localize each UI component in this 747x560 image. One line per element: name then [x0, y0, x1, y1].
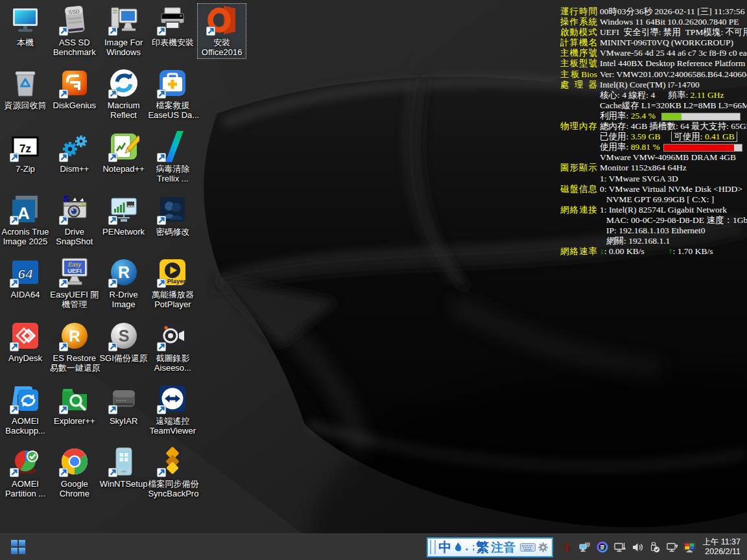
- usage-progress-bar: [663, 144, 742, 152]
- sysinfo-row: 利用率: 25.4 %: [560, 111, 747, 121]
- desktop-icon-aomei-backupper[interactable]: AOMEIBackupp...: [1, 382, 50, 438]
- ime-punctuation-button[interactable]: 。;: [465, 543, 474, 551]
- desktop-icon-google-chrome[interactable]: GoogleChrome: [50, 445, 99, 500]
- taskbar-clock[interactable]: 上午 11:37 2026/2/11: [702, 537, 741, 557]
- sysinfo-label: 運行時間: [560, 6, 597, 17]
- aomei-backupper-icon: [10, 383, 41, 414]
- desktop-icon-trellix-antivirus[interactable]: 病毒清除Trellix ...: [148, 130, 197, 185]
- sysinfo-value: Intel(R) Core(TM) i7-14700: [600, 80, 747, 90]
- desktop-icon-notepad-plus-plus[interactable]: Notepad++: [99, 130, 148, 176]
- ime-mode-button[interactable]: 中: [438, 541, 451, 554]
- ime-script-button[interactable]: 繁: [476, 541, 489, 554]
- desktop-icon-easeus-data-recovery[interactable]: 檔案救援EaseUS Da...: [148, 66, 197, 122]
- trellix-tray-icon[interactable]: [561, 541, 573, 554]
- ime-grip-handle[interactable]: [430, 540, 436, 554]
- sysinfo-label: [560, 226, 597, 236]
- sysinfo-row: 圖形顯示Monitor 747x560 64Hz: [560, 163, 747, 173]
- system-monitor-ring-icon[interactable]: [596, 541, 608, 554]
- desktop-icon-aomei-partition[interactable]: AOMEIPartition ...: [1, 445, 50, 500]
- desktop-icon-acronis-true-image[interactable]: AAcronis TrueImage 2025: [1, 192, 50, 248]
- diskgenius-icon: [59, 67, 90, 99]
- shortcut-arrow-icon: [59, 405, 68, 414]
- desktop-icon-label: AnyDesk: [1, 353, 50, 363]
- sysinfo-row: 主機序號VMware-56 4d 25 44 a6 c7 3c f8-f9 c0…: [560, 48, 747, 58]
- sysinfo-row: Cache緩存 L1=320KB L2=8MB L3=66MB: [560, 100, 747, 111]
- shortcut-arrow-icon: [206, 27, 215, 36]
- sysinfo-label: 主板Bios: [560, 69, 597, 80]
- svg-text:Player: Player: [167, 277, 186, 285]
- ime-settings-gear-icon[interactable]: [538, 542, 549, 553]
- ink-drop-icon[interactable]: [453, 542, 463, 553]
- aiseesoft-recorder-icon: [157, 320, 188, 351]
- desktop-icon-teamviewer[interactable]: 遠端遙控TeamViewer: [148, 382, 197, 438]
- desktop-icon-dism[interactable]: Dism++: [50, 130, 99, 176]
- sysinfo-value: 網關: 192.168.1.1: [600, 236, 747, 246]
- desktop-icon-this-pc[interactable]: 本機: [1, 3, 50, 49]
- desktop-icon-aida64[interactable]: 64AIDA64: [1, 255, 50, 301]
- shortcut-arrow-icon: [108, 153, 117, 162]
- start-button[interactable]: [8, 537, 28, 557]
- desktop-icon-diskgenius[interactable]: DiskGenius: [50, 66, 99, 112]
- sysinfo-row: 網絡速率↓: 0.00 KB/s ↑: 1.70 KB/s: [560, 246, 747, 257]
- recycle-bin-icon: [10, 67, 41, 99]
- desktop-icon-anydesk[interactable]: AnyDesk: [1, 319, 50, 365]
- taskbar-right: 中 。; 繁 注音 上午 11:37 2026/2/11: [427, 534, 747, 560]
- desktop-icon-password-reset[interactable]: 密碼修改: [148, 192, 197, 239]
- desktop-icon-macrium-reflect[interactable]: MacriumReflect: [99, 66, 148, 122]
- desktop-icon-potplayer[interactable]: Player萬能播放器PotPlayer: [148, 255, 197, 311]
- desktop-icon-office-2016[interactable]: 安裝Office2016: [197, 3, 246, 59]
- shortcut-arrow-icon: [10, 153, 19, 162]
- desktop-icon-aiseesoft-recorder[interactable]: 截圖錄影Aiseeso...: [148, 319, 197, 375]
- shortcut-arrow-icon: [59, 216, 68, 225]
- shortcut-arrow-icon: [10, 279, 19, 288]
- sysinfo-value: ↓: 0.00 KB/s ↑: 1.70 KB/s: [600, 246, 747, 257]
- desktop-icon-drive-snapshot[interactable]: SDriveSnapShot: [50, 192, 99, 248]
- shortcut-arrow-icon: [157, 153, 166, 162]
- syncbackpro-icon: [157, 446, 188, 477]
- display-plug-icon[interactable]: [666, 541, 678, 554]
- volume-icon[interactable]: [631, 541, 643, 554]
- sysinfo-value: Intel 440BX Desktop Reference Platform: [600, 58, 747, 69]
- desktop-icon-r-drive-image[interactable]: RR-DriveImage: [99, 255, 148, 311]
- desktop-icon-as-ssd-benchmark[interactable]: SSDASS SDBenchmark: [50, 3, 99, 59]
- seven-zip-icon: 7z: [10, 131, 41, 162]
- clock-time: 上午 11:37: [702, 537, 741, 547]
- safely-remove-hardware-icon[interactable]: [648, 541, 661, 554]
- ime-input-method-label[interactable]: 注音: [491, 541, 516, 554]
- desktop-icon-printer-setup[interactable]: 印表機安裝: [148, 3, 197, 49]
- sysinfo-label: [560, 194, 597, 205]
- desktop-icon-penetwork[interactable]: PENetwork: [99, 192, 148, 239]
- ime-language-bar[interactable]: 中 。; 繁 注音: [427, 537, 553, 557]
- desktop-icon-skyiar[interactable]: SkyIAR: [99, 382, 148, 428]
- desktop-icon-explorer-plus-plus[interactable]: Explorer++: [50, 382, 99, 428]
- desktop-icon-label: 密碼修改: [148, 227, 197, 237]
- sysinfo-value: 已使用: 3.59 GB 可使用: 0.41 GB: [600, 132, 747, 142]
- shortcut-arrow-icon: [108, 342, 117, 351]
- desktop-icon-label: DriveSnapShot: [50, 227, 99, 246]
- pe-network-tray-icon[interactable]: [578, 541, 591, 554]
- sysinfo-row: 網絡連接1: Intel(R) 82574L Gigabit Network: [560, 205, 747, 215]
- desktop-icon-winntsetup[interactable]: WinNTSetup: [99, 445, 148, 491]
- sysinfo-label: [560, 174, 597, 184]
- notepad-plus-plus-icon: [108, 131, 139, 162]
- desktop-icon-easyuefi[interactable]: EasyUEFIEasyUEFI 開機管理: [50, 255, 99, 311]
- desktop-icon-recycle-bin[interactable]: 資源回收筒: [1, 66, 50, 112]
- keyboard-icon[interactable]: [520, 543, 536, 552]
- sysinfo-label: [560, 142, 597, 152]
- desktop-icon-seven-zip[interactable]: 7z7-Zip: [1, 130, 50, 176]
- desktop-icon-syncbackpro[interactable]: 檔案同步備份SyncBackPro: [148, 445, 197, 500]
- desktop-icon-sgi-backup-restore[interactable]: SSGI備份還原: [99, 319, 148, 365]
- acronis-true-image-icon: A: [10, 194, 41, 225]
- desktop-icon-es-restore[interactable]: RES Restore易數一鍵還原: [50, 319, 99, 375]
- sysinfo-row: 網關: 192.168.1.1: [560, 236, 747, 246]
- sysinfo-row: 物理內存總內存: 4GB 插槽數: 64 最大支持: 65GB: [560, 121, 747, 132]
- sysinfo-label: [560, 132, 597, 142]
- sysinfo-label: 主板型號: [560, 58, 597, 69]
- display-color-icon[interactable]: [683, 541, 696, 554]
- desktop-icon-image-for-windows[interactable]: Image ForWindows: [99, 3, 148, 59]
- sysinfo-value: IP: 192.168.1.103 Ethernet0: [600, 226, 747, 236]
- desktop-icon-label: AOMEIBackupp...: [1, 416, 50, 436]
- remote-display-pen-icon[interactable]: [613, 541, 626, 554]
- sysinfo-row: VMware VMW-4096MB DRAM 4GB: [560, 152, 747, 163]
- desktop-icon-label: 檔案同步備份SyncBackPro: [148, 479, 197, 498]
